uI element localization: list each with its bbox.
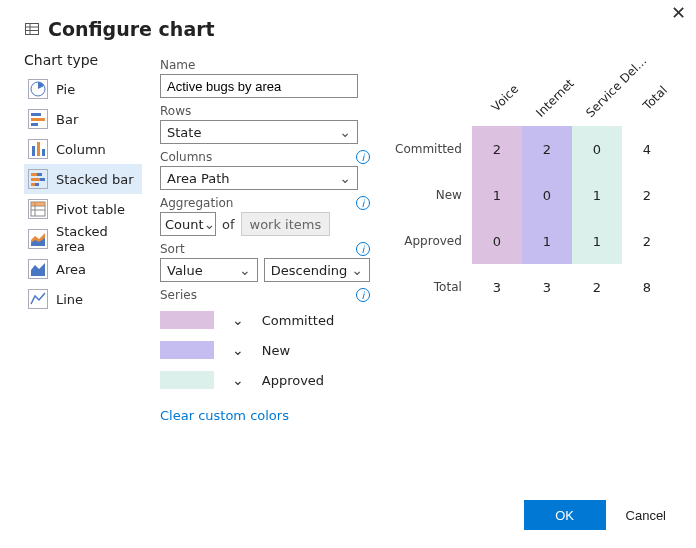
svg-rect-13 (31, 178, 40, 181)
pivot-preview-table: Voice Internet Service Del... Total Comm… (394, 66, 672, 310)
stacked-bar-icon (28, 169, 48, 189)
preview-cell: 1 (572, 172, 622, 218)
preview-col-header: Internet (522, 66, 572, 126)
series-item-label: Approved (262, 373, 324, 388)
bar-icon (28, 109, 48, 129)
chevron-down-icon[interactable]: ⌄ (232, 312, 244, 328)
svg-rect-12 (37, 173, 42, 176)
table-row: New 1 0 1 2 (394, 172, 672, 218)
preview-row-header: Committed (394, 126, 472, 172)
configure-chart-dialog: ✕ Configure chart Chart type Pie Bar (0, 0, 696, 548)
preview-cell: 2 (472, 126, 522, 172)
rows-select[interactable]: State ⌄ (160, 120, 358, 144)
chevron-down-icon: ⌄ (204, 216, 216, 232)
line-icon (28, 289, 48, 309)
series-item-new: ⌄ New (160, 338, 370, 362)
chevron-down-icon: ⌄ (239, 262, 251, 278)
svg-rect-8 (32, 146, 35, 156)
rows-value: State (167, 125, 201, 140)
sort-field-select[interactable]: Value ⌄ (160, 258, 258, 282)
chevron-down-icon[interactable]: ⌄ (232, 342, 244, 358)
preview-cell: 2 (622, 218, 672, 264)
color-swatch[interactable] (160, 371, 214, 389)
info-icon[interactable]: i (356, 150, 370, 164)
dialog-header: Configure chart (24, 18, 672, 40)
sort-field-value: Value (167, 263, 203, 278)
preview-row-header: Approved (394, 218, 472, 264)
columns-select[interactable]: Area Path ⌄ (160, 166, 358, 190)
name-label: Name (160, 58, 195, 72)
preview-row-header: New (394, 172, 472, 218)
svg-rect-11 (31, 173, 37, 176)
name-input[interactable] (160, 74, 358, 98)
clear-custom-colors-link[interactable]: Clear custom colors (160, 408, 370, 423)
info-icon[interactable]: i (356, 288, 370, 302)
svg-rect-16 (35, 183, 39, 186)
svg-rect-14 (40, 178, 45, 181)
chart-type-stacked-area[interactable]: Stacked area (24, 224, 142, 254)
series-item-committed: ⌄ Committed (160, 308, 370, 332)
preview-cell: 0 (472, 218, 522, 264)
aggregation-value: Count (165, 217, 204, 232)
svg-rect-6 (31, 118, 45, 121)
chart-type-pie[interactable]: Pie (24, 74, 142, 104)
cancel-button[interactable]: Cancel (620, 507, 672, 524)
preview-col-header: Service Del... (572, 66, 622, 126)
chart-type-stacked-bar[interactable]: Stacked bar (24, 164, 142, 194)
chart-type-column[interactable]: Column (24, 134, 142, 164)
chart-preview: Voice Internet Service Del... Total Comm… (388, 52, 672, 423)
chart-type-line[interactable]: Line (24, 284, 142, 314)
preview-cell: 3 (472, 264, 522, 310)
ok-button[interactable]: OK (524, 500, 606, 530)
aggregation-label: Aggregation (160, 196, 233, 210)
preview-cell: 0 (522, 172, 572, 218)
info-icon[interactable]: i (356, 242, 370, 256)
preview-cell: 4 (622, 126, 672, 172)
svg-rect-5 (31, 113, 41, 116)
columns-label: Columns (160, 150, 212, 164)
preview-col-header: Voice (472, 66, 522, 126)
preview-row-header: Total (394, 264, 472, 310)
sort-direction-value: Descending (271, 263, 348, 278)
color-swatch[interactable] (160, 311, 214, 329)
rows-label: Rows (160, 104, 191, 118)
stacked-area-icon (28, 229, 48, 249)
chart-type-label: Pie (56, 82, 75, 97)
aggregation-select[interactable]: Count ⌄ (160, 212, 216, 236)
close-icon[interactable]: ✕ (671, 2, 686, 23)
chart-type-label: Bar (56, 112, 78, 127)
color-swatch[interactable] (160, 341, 214, 359)
area-icon (28, 259, 48, 279)
series-item-label: Committed (262, 313, 334, 328)
pie-icon (28, 79, 48, 99)
table-row: Total 3 3 2 8 (394, 264, 672, 310)
svg-rect-21 (31, 202, 45, 206)
chart-type-sidebar: Chart type Pie Bar Column (24, 52, 142, 423)
svg-rect-15 (31, 183, 35, 186)
dialog-footer: OK Cancel (524, 500, 672, 530)
chart-type-bar[interactable]: Bar (24, 104, 142, 134)
chart-type-pivot-table[interactable]: Pivot table (24, 194, 142, 224)
chart-type-label: Area (56, 262, 86, 277)
preview-cell: 3 (522, 264, 572, 310)
chevron-down-icon[interactable]: ⌄ (232, 372, 244, 388)
info-icon[interactable]: i (356, 196, 370, 210)
chart-type-label: Pivot table (56, 202, 125, 217)
chart-type-label: Line (56, 292, 83, 307)
preview-cell: 2 (622, 172, 672, 218)
chevron-down-icon: ⌄ (339, 124, 351, 140)
chart-type-area[interactable]: Area (24, 254, 142, 284)
dialog-title: Configure chart (48, 18, 215, 40)
sort-direction-select[interactable]: Descending ⌄ (264, 258, 370, 282)
table-icon (24, 21, 40, 37)
series-item-label: New (262, 343, 290, 358)
column-icon (28, 139, 48, 159)
series-item-approved: ⌄ Approved (160, 368, 370, 392)
preview-cell: 1 (572, 218, 622, 264)
chart-type-label: Stacked area (56, 224, 138, 254)
columns-value: Area Path (167, 171, 230, 186)
chevron-down-icon: ⌄ (339, 170, 351, 186)
svg-rect-0 (26, 24, 39, 35)
settings-form: Name Rows State ⌄ Columns i Area Path ⌄ … (160, 52, 370, 423)
chart-type-label: Column (56, 142, 106, 157)
